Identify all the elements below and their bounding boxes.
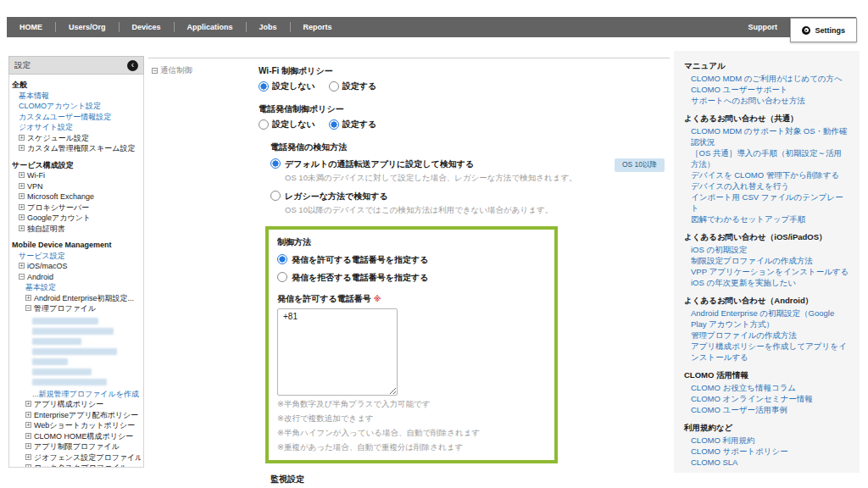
call-policy-radio-off[interactable] [259, 119, 269, 130]
sidebar-item-label: ジオフェンス設定プロファイル [34, 453, 141, 462]
sidebar-item-service-settings[interactable]: サービス設定 [12, 251, 141, 262]
help-link[interactable]: ［OS 共通］導入の手順（初期設定～活用方法） [684, 147, 849, 169]
help-link[interactable]: Android Enterprise の初期設定（Google Play アカウ… [684, 308, 849, 330]
expand-icon[interactable] [25, 422, 31, 428]
call-policy-group: 電話発信制御ポリシー 設定しない 設定する [259, 103, 670, 130]
sidebar-item-locktask-profile[interactable]: ロックタスクプロファイル [12, 463, 141, 468]
help-link[interactable]: iOS の年次更新を実施したい [684, 277, 849, 288]
help-section-title: CLOMO 活用情報 [684, 369, 849, 380]
sidebar-item-custom-user-info[interactable]: カスタムユーザー情報設定 [12, 112, 141, 123]
help-link[interactable]: CLOMO SLA [684, 457, 849, 468]
help-link[interactable]: VPP アプリケーションをインストールする [684, 266, 849, 277]
collapse-icon[interactable] [152, 68, 158, 74]
input-note: ※改行で複数追加できます [277, 413, 546, 424]
collapse-icon[interactable] [25, 305, 31, 311]
help-link[interactable]: CLOMO MDM のご利用がはじめての方へ [684, 73, 849, 84]
nav-users-org[interactable]: Users/Org [56, 17, 119, 37]
help-link[interactable]: 図解でわかるセットアップ手順 [684, 214, 849, 225]
nav-home[interactable]: HOME [7, 17, 55, 37]
help-link[interactable]: iOS の初期設定 [684, 244, 849, 255]
collapse-sidebar-icon[interactable]: ‹ [127, 60, 138, 71]
expand-icon[interactable] [25, 443, 31, 449]
section-communication-control: 通信制御 [148, 65, 259, 488]
redacted-profile-name [32, 348, 117, 355]
expand-icon[interactable] [19, 204, 25, 210]
sidebar-item-clomo-home-policy[interactable]: CLOMO HOME構成ポリシー [12, 431, 141, 442]
sidebar-item-enterprise-app-policy[interactable]: Enterpriseアプリ配布ポリシー [12, 410, 141, 421]
expand-icon[interactable] [25, 412, 31, 418]
expand-icon[interactable] [19, 135, 25, 141]
sidebar-item-web-shortcut-policy[interactable]: Webショートカットポリシー [12, 420, 141, 431]
expand-icon[interactable] [19, 172, 25, 178]
help-link[interactable]: CLOMO オンラインセミナー情報 [684, 393, 849, 404]
help-link[interactable]: CLOMO サポートポリシー [684, 446, 849, 457]
radio-label: 発信を許可する電話番号を指定する [292, 254, 428, 266]
radio-label: 設定しない [272, 80, 315, 92]
call-policy-options: 設定しない 設定する [259, 119, 670, 130]
collapse-icon[interactable] [19, 274, 25, 280]
tab-settings[interactable]: Settings [790, 18, 857, 42]
nav-applications[interactable]: Applications [175, 17, 246, 37]
monitor-label: 監視設定 [270, 474, 670, 485]
sidebar-item-own-certificate[interactable]: 独自証明書 [12, 224, 141, 235]
wifi-policy-radio-off[interactable] [259, 81, 269, 92]
sidebar-item-ms-exchange[interactable]: Microsoft Exchange [12, 191, 141, 202]
help-link[interactable]: アプリ構成ポリシーを作成してアプリをインストールする [684, 341, 849, 363]
call-policy-radio-on[interactable] [329, 119, 339, 130]
help-link[interactable]: インポート用 CSV ファイルのテンプレート [684, 191, 849, 214]
sidebar-item-geosite[interactable]: ジオサイト設定 [12, 122, 141, 133]
clomo-mdm-settings-page: HOME Users/Org Devices Applications Jobs… [0, 0, 868, 488]
help-link[interactable]: CLOMO 利用規約 [684, 435, 849, 446]
help-link[interactable]: CLOMO ユーザー活用事例 [684, 404, 849, 415]
sidebar-item-schedule[interactable]: スケジュール設定 [12, 133, 141, 144]
expand-icon[interactable] [19, 225, 25, 231]
help-link[interactable]: デバイスの入れ替えを行う [684, 180, 849, 191]
expand-icon[interactable] [25, 454, 31, 460]
sidebar-item-clomo-account[interactable]: CLOMOアカウント設定 [12, 101, 141, 112]
help-link[interactable]: 管理プロファイルの作成方法 [684, 330, 849, 341]
sidebar-item-app-restriction-profile[interactable]: アプリ制限プロファイル [12, 441, 141, 452]
expand-icon[interactable] [19, 263, 25, 269]
nav-jobs[interactable]: Jobs [247, 17, 290, 37]
expand-icon[interactable] [19, 145, 25, 151]
sidebar-item-ios-macos[interactable]: iOS/macOS [12, 261, 141, 272]
sidebar-item-android-basic[interactable]: 基本設定 [12, 282, 141, 293]
sidebar-item-managed-profile[interactable]: 管理プロファイル [12, 303, 141, 314]
help-link[interactable]: サポートへのお問い合わせ方法 [684, 95, 849, 106]
allowed-phone-numbers-textarea[interactable]: +81 [277, 308, 398, 396]
deny-numbers-radio[interactable] [277, 272, 287, 282]
help-link[interactable]: 制限設定プロファイルの作成方法 [684, 255, 849, 266]
sidebar-item-custom-admin-scheme[interactable]: カスタム管理権限スキーム設定 [12, 143, 141, 154]
sidebar-item-wifi[interactable]: Wi-Fi [12, 170, 141, 181]
expand-icon[interactable] [25, 433, 31, 439]
allow-numbers-radio[interactable] [277, 254, 287, 264]
expand-icon[interactable] [19, 193, 25, 199]
nav-support[interactable]: Support [736, 17, 791, 37]
sidebar-item-basic-info[interactable]: 基本情報 [12, 91, 141, 102]
control-method-label: 制御方法 [277, 236, 546, 248]
expand-icon[interactable] [19, 214, 25, 220]
detection-legacy-radio[interactable] [270, 191, 281, 201]
sidebar-item-proxy-server[interactable]: プロキシサーバー [12, 202, 141, 214]
expand-icon[interactable] [25, 464, 31, 468]
help-link[interactable]: CLOMO MDM のサポート対象 OS・動作確認状況 [684, 125, 849, 147]
sidebar-item-android-enterprise-init[interactable]: Android Enterprise初期設定... [12, 293, 141, 304]
nav-devices[interactable]: Devices [120, 17, 174, 37]
expand-icon[interactable] [25, 401, 31, 407]
sidebar-item-label: アプリ制限プロファイル [34, 442, 120, 451]
expand-icon[interactable] [19, 183, 25, 189]
sidebar-item-app-config-policy[interactable]: アプリ構成ポリシー [12, 399, 141, 410]
wifi-policy-radio-on[interactable] [329, 81, 339, 92]
sidebar-item-android[interactable]: Android [12, 272, 141, 283]
help-link[interactable]: デバイスを CLOMO 管理下から削除する [684, 169, 849, 180]
nav-reports[interactable]: Reports [291, 17, 345, 37]
nav-left: HOME Users/Org Devices Applications Jobs… [7, 17, 345, 37]
help-link[interactable]: CLOMO ユーザーサポート [684, 84, 849, 95]
sidebar-item-create-new-profile[interactable]: ...新規管理プロファイルを作成 [12, 389, 141, 400]
sidebar-item-vpn[interactable]: VPN [12, 181, 141, 192]
expand-icon[interactable] [25, 295, 31, 301]
sidebar-item-geofence-profile[interactable]: ジオフェンス設定プロファイル [12, 452, 141, 463]
help-link[interactable]: CLOMO お役立ち情報コラム [684, 382, 849, 393]
sidebar-item-google-account[interactable]: Googleアカウント [12, 213, 141, 224]
detection-default-radio[interactable] [270, 158, 281, 169]
